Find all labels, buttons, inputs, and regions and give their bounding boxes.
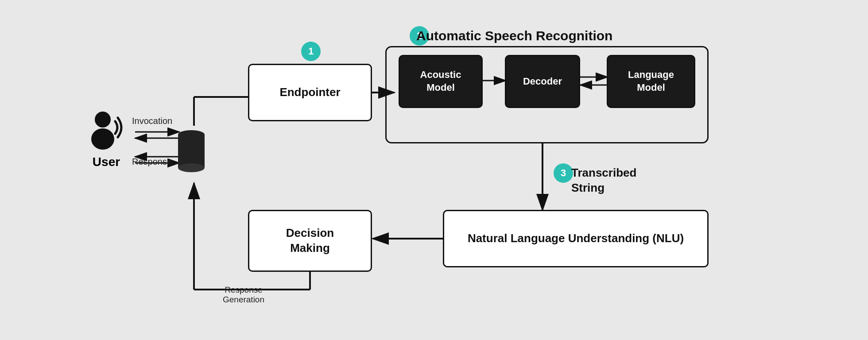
response-label: Response [132,157,172,167]
decoder-box: Decoder [505,55,580,108]
diagram: User Invocation Response 1 Endpointer 2 … [58,19,810,321]
acoustic-model-box: Acoustic Model [399,55,483,108]
nlu-box: Natural Language Understanding (NLU) [443,210,709,267]
nlu-label: Natural Language Understanding (NLU) [468,231,684,246]
language-model-label: Language Model [628,69,674,94]
svg-point-20 [91,128,114,150]
asr-title: Automatic Speech Recognition [416,28,612,43]
user-label: User [93,155,120,169]
invocation-label: Invocation [132,116,172,126]
svg-point-19 [95,112,111,128]
endpointer-label: Endpointer [279,85,340,100]
decoder-label: Decoder [523,75,562,88]
svg-rect-22 [178,135,205,168]
language-model-box: Language Model [607,55,695,108]
user-icon [84,108,128,152]
transcribed-string-label: Transcribed String [571,166,636,196]
decision-making-box: Decision Making [248,210,372,272]
device-icon [176,128,207,177]
acoustic-model-label: Acoustic Model [420,69,461,94]
device [176,128,207,177]
decision-making-label: Decision Making [286,226,334,256]
response-generation-label: Response Generation [208,285,279,305]
badge-1: 1 [301,42,321,61]
diagram-container: User Invocation Response 1 Endpointer 2 … [0,0,868,340]
user-section: User [71,108,142,169]
endpointer-box: Endpointer [248,64,372,121]
svg-point-23 [178,163,205,172]
badge-3: 3 [554,163,573,183]
